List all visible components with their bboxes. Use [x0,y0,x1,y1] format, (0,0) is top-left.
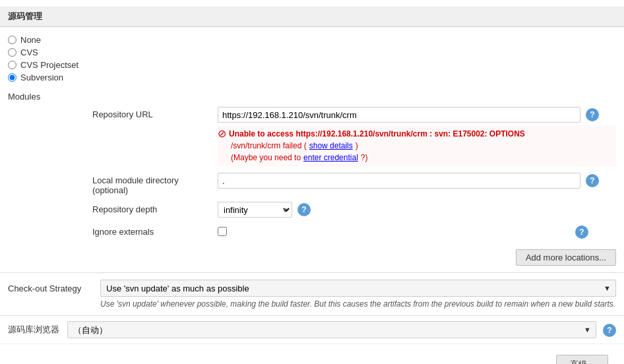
browser-select-wrap: （自动） ViewSVN WebSVN ▼ [67,321,596,338]
error-line-2: /svn/trunk/crm failed (show details) [218,140,616,152]
radio-subversion-label[interactable]: Subversion [20,73,63,82]
error-text-3-suffix: ?) [361,152,368,164]
error-text-1: Unable to access https://192.168.1.210/s… [229,128,525,140]
radio-none[interactable] [8,36,16,44]
depth-select-wrapper: infinity immediates files empty ▼ [218,202,292,218]
repository-depth-select[interactable]: infinity immediates files empty [218,202,292,218]
url-input-row: ? [218,107,616,123]
checkout-strategy-section: Check-out Strategy Use 'svn update' as m… [0,272,624,315]
repository-url-input[interactable] [218,107,580,123]
repository-url-wrap: ? ⊘ Unable to access https://192.168.1.2… [218,107,616,166]
radio-none-label[interactable]: None [20,35,41,45]
radio-item-subversion: Subversion [8,73,616,82]
browser-label: 源码库浏览器 [8,324,61,336]
local-module-label: Local module directory (optional) [92,173,211,195]
local-module-help[interactable]: ? [586,174,599,187]
modules-label: Modules [8,92,616,102]
radio-cvs[interactable] [8,48,16,57]
ignore-externals-input-row: ? [218,224,588,239]
advanced-button[interactable]: 高级... [556,355,608,364]
checkout-strategy-row: Check-out Strategy Use 'svn update' as m… [8,280,616,297]
radio-item-cvs-projectset: CVS Projectset [8,60,616,70]
depth-select-row: infinity immediates files empty ▼ ? [218,202,311,218]
footer-row: 高级... [0,344,624,364]
browser-select[interactable]: （自动） ViewSVN WebSVN [67,321,596,338]
radio-subversion[interactable] [8,73,16,82]
local-module-input[interactable] [218,173,580,189]
repository-url-row: Repository URL ? ⊘ Unable to access http… [92,107,616,166]
repository-url-label: Repository URL [92,107,211,119]
show-details-link[interactable]: show details [309,140,353,152]
ignore-externals-row: Ignore externals ? [92,224,616,239]
error-text-3-prefix: (Maybe you need to [231,152,301,164]
checkout-strategy-label: Check-out Strategy [8,284,94,293]
add-locations-wrap: Add more locations... [0,249,624,272]
checkout-select-wrap: Use 'svn update' as much as possible Alw… [100,280,616,297]
radio-cvs-label[interactable]: CVS [20,47,38,57]
error-text-2-prefix: /svn/trunk/crm failed ( [231,140,307,152]
section-title-text: 源码管理 [8,11,42,21]
enter-credential-link[interactable]: enter credential [303,152,358,164]
error-text-2-suffix: ) [356,140,358,152]
subversion-form: Modules Repository URL ? ⊘ Unable to acc… [0,88,624,249]
local-module-input-row: ? [218,173,599,189]
repository-url-help[interactable]: ? [586,108,599,121]
error-stop-icon: ⊘ [218,129,226,139]
radio-cvs-projectset[interactable] [8,61,16,69]
error-line-3: (Maybe you need to enter credential?) [218,152,616,164]
browser-section: 源码库浏览器 （自动） ViewSVN WebSVN ▼ ? [0,315,624,344]
depth-help[interactable]: ? [297,203,311,216]
section-title: 源码管理 [0,7,624,27]
ignore-externals-label: Ignore externals [92,224,211,237]
radio-item-none: None [8,35,616,45]
radio-cvs-projectset-label[interactable]: CVS Projectset [20,60,78,70]
browser-help[interactable]: ? [603,324,616,337]
local-module-row: Local module directory (optional) ? [92,173,616,195]
ignore-externals-checkbox[interactable] [218,227,227,236]
checkout-desc: Use 'svn update' whenever possible, maki… [8,297,616,309]
repository-depth-row: Repository depth infinity immediates fil… [92,202,616,218]
add-locations-button[interactable]: Add more locations... [516,249,616,266]
page-container: 源码管理 None CVS CVS Projectset Subversion … [0,0,624,364]
error-line-1: ⊘ Unable to access https://192.168.1.210… [218,128,616,140]
error-box: ⊘ Unable to access https://192.168.1.210… [218,125,616,166]
checkout-strategy-select[interactable]: Use 'svn update' as much as possible Alw… [100,280,616,297]
repository-depth-label: Repository depth [92,202,211,214]
ignore-externals-help[interactable]: ? [575,226,588,239]
radio-item-cvs: CVS [8,47,616,57]
radio-group: None CVS CVS Projectset Subversion [0,32,624,88]
